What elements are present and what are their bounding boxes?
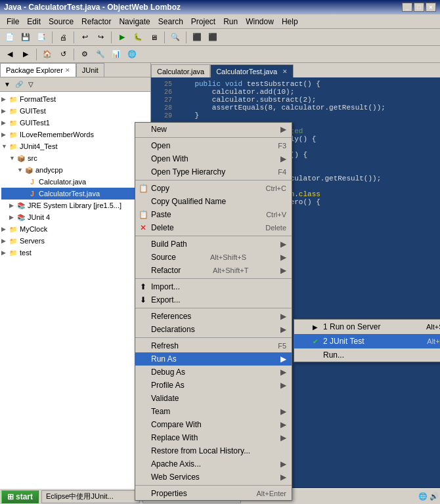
ctx-copy-qualified-name[interactable]: Copy Qualified Name	[135, 195, 292, 208]
home-button[interactable]: 🏠	[40, 48, 55, 61]
extra-btn[interactable]: ⚙	[77, 48, 92, 61]
ctx-profile-as[interactable]: Profile As ▶	[135, 379, 292, 392]
next-button[interactable]: ⬛	[190, 31, 204, 44]
forward-button[interactable]: ▶	[18, 48, 33, 61]
tree-item-formattest[interactable]: ▶ 📁 FormatTest	[1, 93, 149, 105]
folder-icon-guitest: 📁	[8, 106, 18, 116]
ctx-delete[interactable]: ✕ Delete Delete	[135, 221, 292, 234]
submenu-run[interactable]: Run...	[294, 348, 440, 362]
tree-item-calculator[interactable]: J Calculator.java	[1, 176, 149, 188]
extra-btn4[interactable]: 🌐	[125, 48, 139, 61]
tree-item-iloverememberwords[interactable]: ▶ 📁 ILoveRememberWords	[1, 129, 149, 140]
ctx-import[interactable]: ⬆ Import...	[135, 280, 292, 293]
ctx-source[interactable]: Source Alt+Shift+S ▶	[135, 251, 292, 264]
ctx-properties[interactable]: Properties Alt+Enter	[135, 487, 292, 500]
tree-item-guitest[interactable]: ▶ 📁 GUITest	[1, 105, 149, 117]
ctx-copy[interactable]: 📋 Copy Ctrl+C	[135, 182, 292, 195]
editor-tab-bar: Calculator.java CalculatorTest.java ✕	[151, 63, 440, 77]
menu-window[interactable]: Window	[242, 16, 278, 28]
package-explorer-close[interactable]: ✕	[65, 67, 70, 74]
taskbar-item-eclipse[interactable]: Eclipse中使用JUnit...	[41, 490, 140, 503]
search-button[interactable]: 🔍	[168, 31, 183, 44]
ctx-new[interactable]: New ▶	[135, 123, 292, 136]
ctx-export[interactable]: ⬇ Export...	[135, 293, 292, 306]
new-button[interactable]: 📄	[3, 31, 17, 44]
editor-tab-calculator[interactable]: Calculator.java	[151, 64, 210, 77]
minimize-button[interactable]: _	[402, 3, 412, 12]
ctx-replace-with[interactable]: Replace With ▶	[135, 431, 292, 444]
editor-tab-calculatortest[interactable]: CalculatorTest.java ✕	[210, 64, 294, 77]
menu-refactor[interactable]: Refactor	[77, 16, 115, 28]
tree-item-test[interactable]: ▶ 📁 test	[1, 247, 149, 259]
save-all-button[interactable]: 📑	[34, 31, 49, 44]
ctx-open[interactable]: Open F3	[135, 139, 292, 152]
ctx-paste[interactable]: 📋 Paste Ctrl+V	[135, 208, 292, 221]
prev-button[interactable]: ⬛	[206, 31, 220, 44]
submenu-run-on-server[interactable]: ▶ 1 Run on Server Alt+Shift+X, R	[294, 320, 440, 334]
menu-run[interactable]: Run	[219, 16, 242, 28]
extra-btn3[interactable]: 📊	[109, 48, 123, 61]
tree-item-guitest1[interactable]: ▶ 📁 GUITest1	[1, 117, 149, 129]
save-button[interactable]: 💾	[18, 31, 33, 44]
menu-project[interactable]: Project	[187, 16, 219, 28]
ctx-references[interactable]: References ▶	[135, 310, 292, 323]
title-bar-buttons[interactable]: _ □ ×	[402, 3, 436, 12]
ctx-validate[interactable]: Validate	[135, 392, 292, 405]
sidebar-tab-junit[interactable]: JUnit	[76, 63, 104, 77]
ctx-refactor[interactable]: Refactor Alt+Shift+T ▶	[135, 264, 292, 277]
folder-icon-servers: 📁	[8, 236, 18, 246]
redo-button[interactable]: ↪	[93, 31, 108, 44]
sidebar-tab-package-explorer[interactable]: Package Explorer ✕	[0, 63, 76, 77]
ctx-web-services[interactable]: Web Services ▶	[135, 471, 292, 484]
ctx-build-path[interactable]: Build Path ▶	[135, 238, 292, 251]
ctx-restore-local[interactable]: Restore from Local History...	[135, 444, 292, 457]
menu-search[interactable]: Search	[154, 16, 187, 28]
expand-guitest: ▶	[1, 108, 8, 114]
ctx-apache-axis[interactable]: Apache Axis... ▶	[135, 457, 292, 471]
back-button[interactable]: ◀	[3, 48, 17, 61]
ctx-declarations[interactable]: Declarations ▶	[135, 323, 292, 336]
ctx-paste-shortcut: Ctrl+V	[266, 211, 286, 219]
link-editor-btn[interactable]: 🔗	[13, 79, 25, 91]
debug-button[interactable]: 🐛	[131, 31, 145, 44]
ctx-team[interactable]: Team ▶	[135, 405, 292, 418]
ctx-open-type-hierarchy[interactable]: Open Type Hierarchy F4	[135, 165, 292, 178]
ctx-open-with[interactable]: Open With ▶	[135, 152, 292, 165]
ctx-compare-with[interactable]: Compare With ▶	[135, 418, 292, 431]
run-server-button[interactable]: 🖥	[146, 31, 161, 44]
tree-item-junit4test[interactable]: ▼ 📁 JUnit4_Test	[1, 140, 149, 152]
tree-item-myclock[interactable]: ▶ 📁 MyClock	[1, 223, 149, 235]
menu-help[interactable]: Help	[278, 16, 302, 28]
collapse-all-btn[interactable]: ▼	[1, 79, 13, 91]
menu-edit[interactable]: Edit	[23, 16, 45, 28]
run-button[interactable]: ▶	[115, 31, 129, 44]
menu-navigate[interactable]: Navigate	[115, 16, 154, 28]
ctx-validate-label: Validate	[151, 394, 179, 403]
ctx-source-shortcut: Alt+Shift+S	[210, 253, 246, 261]
tree-item-andycpp[interactable]: ▼ 📦 andycpp	[1, 164, 149, 176]
maximize-button[interactable]: □	[414, 3, 424, 12]
ctx-debug-as[interactable]: Debug As ▶	[135, 366, 292, 379]
ctx-sep-3	[135, 236, 292, 236]
editor-tab-close[interactable]: ✕	[282, 68, 288, 75]
tree-item-servers[interactable]: ▶ 📁 Servers	[1, 235, 149, 247]
extra-btn2[interactable]: 🔧	[93, 48, 108, 61]
close-button[interactable]: ×	[426, 3, 436, 12]
tree-item-jre[interactable]: ▶ 📚 JRE System Library [jre1.5...]	[1, 200, 149, 211]
sidebar-menu-btn[interactable]: ▽	[25, 79, 37, 91]
undo-button[interactable]: ↩	[77, 31, 92, 44]
menu-file[interactable]: File	[3, 16, 23, 28]
submenu-junit-test[interactable]: ✔ 2 JUnit Test Alt+Shift+X, T	[294, 334, 440, 348]
package-explorer-label: Package Explorer	[6, 66, 63, 74]
server-icon: ▶	[310, 322, 320, 332]
start-button[interactable]: ⊞ start	[1, 490, 39, 503]
tree-item-src[interactable]: ▼ 📦 src	[1, 152, 149, 164]
menu-source[interactable]: Source	[45, 16, 77, 28]
ctx-refresh[interactable]: Refresh F5	[135, 339, 292, 352]
ctx-run-as[interactable]: Run As ▶	[135, 352, 292, 366]
label-ilove: ILoveRememberWords	[20, 131, 94, 138]
print-button[interactable]: 🖨	[56, 31, 70, 44]
tree-item-calculatortest[interactable]: J CalculatorTest.java	[1, 188, 149, 200]
tree-item-junit4[interactable]: ▶ 📚 JUnit 4	[1, 211, 149, 223]
refresh-button2[interactable]: ↺	[56, 48, 70, 61]
